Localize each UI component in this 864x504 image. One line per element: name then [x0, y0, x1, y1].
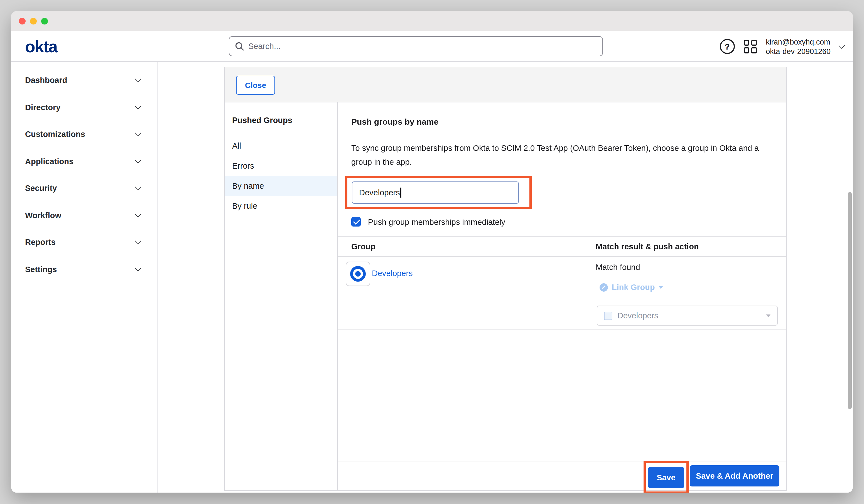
- search-bar[interactable]: [229, 36, 603, 56]
- push-groups-panel: Close Pushed Groups All Errors By name B…: [224, 67, 787, 491]
- chevron-down-icon: [135, 184, 141, 190]
- window-titlebar: [11, 11, 853, 31]
- group-placeholder-icon: [604, 311, 612, 320]
- link-group-action[interactable]: Link Group: [600, 283, 663, 292]
- sidebar-item-workflow[interactable]: Workflow: [11, 202, 157, 229]
- sidebar-item-settings[interactable]: Settings: [11, 256, 157, 283]
- page-title: Push groups by name: [351, 117, 439, 127]
- chevron-down-icon: [135, 130, 141, 136]
- sidebar-item-reports[interactable]: Reports: [11, 229, 157, 256]
- okta-logo[interactable]: okta: [25, 37, 57, 56]
- sidebar-item-applications[interactable]: Applications: [11, 148, 157, 175]
- search-icon: [235, 41, 244, 51]
- subnav-title: Pushed Groups: [225, 116, 337, 136]
- chevron-down-icon: [135, 265, 141, 271]
- help-icon[interactable]: ?: [720, 39, 734, 54]
- text-caret: [400, 188, 401, 197]
- push-immediately-row: Push group memberships immediately: [351, 217, 505, 227]
- panel-header: Close: [225, 67, 786, 103]
- group-select-dropdown[interactable]: Developers: [597, 305, 778, 326]
- push-immediately-checkbox[interactable]: [351, 217, 361, 227]
- push-by-name-content: Push groups by name To sync group member…: [338, 103, 786, 490]
- close-window-button[interactable]: [19, 18, 26, 24]
- subnav-item-by-rule[interactable]: By rule: [225, 196, 337, 216]
- chevron-down-icon: [135, 157, 141, 163]
- dropdown-selected-value: Developers: [617, 311, 761, 320]
- annotation-box-save: Save: [644, 461, 689, 493]
- account-org: okta-dev-20901260: [766, 47, 831, 56]
- page-description: To sync group memberships from Okta to S…: [351, 141, 769, 169]
- browser-window: okta ? kiran@boxyhq.com okta-dev-2090126…: [11, 11, 853, 493]
- subnav-item-errors[interactable]: Errors: [225, 156, 337, 176]
- chevron-down-icon[interactable]: [839, 42, 845, 49]
- app-header: okta ? kiran@boxyhq.com okta-dev-2090126…: [11, 31, 853, 62]
- save-button[interactable]: Save: [648, 467, 684, 488]
- group-name-input[interactable]: Developers: [352, 181, 519, 204]
- main-content: Close Pushed Groups All Errors By name B…: [158, 62, 853, 493]
- group-logo: [350, 266, 366, 281]
- push-immediately-label: Push group memberships immediately: [368, 217, 505, 226]
- subnav-item-by-name[interactable]: By name: [225, 176, 337, 196]
- chevron-down-icon: [135, 76, 141, 82]
- match-status: Match found: [596, 263, 640, 272]
- column-header-match-result: Match result & push action: [596, 242, 699, 251]
- traffic-lights: [19, 18, 48, 24]
- search-input[interactable]: [248, 38, 602, 55]
- header-right-cluster: ? kiran@boxyhq.com okta-dev-20901260: [720, 31, 844, 62]
- group-link[interactable]: Developers: [372, 269, 413, 278]
- table-row: Developers Match found Link Group Dev: [338, 257, 786, 330]
- pushed-groups-subnav: Pushed Groups All Errors By name By rule: [225, 103, 338, 490]
- chevron-down-icon: [135, 211, 141, 217]
- sidebar-item-customizations[interactable]: Customizations: [11, 121, 157, 148]
- group-name-input-value: Developers: [359, 188, 400, 197]
- sidebar: Dashboard Directory Customizations Appli…: [11, 62, 158, 493]
- chevron-down-icon: [135, 103, 141, 109]
- column-header-group: Group: [351, 242, 375, 251]
- minimize-window-button[interactable]: [30, 18, 37, 24]
- okta-group-icon: [346, 262, 370, 286]
- link-group-label: Link Group: [612, 283, 655, 292]
- account-email: kiran@boxyhq.com: [766, 37, 831, 47]
- link-icon: [600, 283, 608, 291]
- apps-grid-icon[interactable]: [743, 40, 757, 53]
- sidebar-item-security[interactable]: Security: [11, 175, 157, 202]
- save-add-another-button[interactable]: Save & Add Another: [690, 465, 779, 487]
- sidebar-item-dashboard[interactable]: Dashboard: [11, 67, 157, 94]
- scrollbar-thumb[interactable]: [848, 192, 852, 409]
- chevron-down-icon: [659, 286, 663, 289]
- body-row: Dashboard Directory Customizations Appli…: [11, 62, 853, 493]
- account-menu[interactable]: kiran@boxyhq.com okta-dev-20901260: [766, 37, 831, 56]
- zoom-window-button[interactable]: [41, 18, 48, 24]
- table-header: Group Match result & push action: [338, 236, 786, 256]
- annotation-box-input: Developers: [345, 176, 532, 209]
- sidebar-item-directory[interactable]: Directory: [11, 94, 157, 121]
- close-button[interactable]: Close: [236, 76, 275, 95]
- chevron-down-icon: [766, 314, 770, 317]
- chevron-down-icon: [135, 238, 141, 244]
- footer-divider: [338, 461, 786, 461]
- subnav-item-all[interactable]: All: [225, 136, 337, 156]
- panel-body: Pushed Groups All Errors By name By rule…: [225, 103, 786, 490]
